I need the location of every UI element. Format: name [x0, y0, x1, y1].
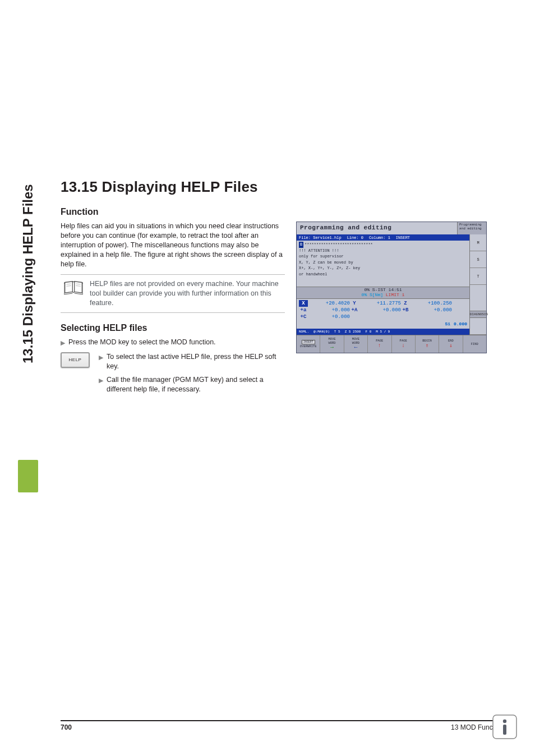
- ax-z: Z: [401, 300, 410, 307]
- ax-x: X: [299, 300, 308, 307]
- sk-move-word-l[interactable]: MOVE WORD ←: [344, 335, 368, 353]
- ax-A: +A: [350, 307, 359, 314]
- val-B: +0.000: [412, 307, 452, 314]
- arrow-right-icon: →: [330, 345, 334, 351]
- sk-find[interactable]: FIND: [463, 335, 486, 353]
- note-text: HELP files are not provided on every mac…: [90, 279, 282, 308]
- arrow-up-icon: ⇑: [426, 343, 429, 349]
- screenshot: Programming and editing Programming and …: [296, 222, 487, 353]
- ss-ed-5: X+, X-, Y+, Y-, Z+, Z- key: [299, 265, 467, 271]
- svg-line-0: [66, 284, 71, 284]
- ss-bottombar: NOML. @:MAN(0) T 5 Z S 2500 F 0 M 5 / 9: [297, 329, 469, 335]
- ss-col: Column: 1: [369, 236, 390, 240]
- arrow-down-icon: ⇓: [449, 343, 453, 349]
- bb-c: T 5: [332, 330, 343, 334]
- triangle-icon: ▶: [61, 338, 65, 347]
- ss-diag[interactable]: DIAGNOSIS: [470, 311, 486, 318]
- svg-line-3: [76, 286, 81, 287]
- ax-C: +C: [299, 314, 308, 320]
- sk-page-up[interactable]: PAGE ↑: [368, 335, 391, 353]
- ss-right-panel: M S T DIAGNOSIS: [469, 234, 486, 335]
- section-function-title: Function: [61, 207, 504, 217]
- book-icon: [64, 279, 83, 295]
- ss-ed-2: only for supervisor: [299, 253, 467, 260]
- step-2-text: To select the last active HELP file, pre…: [107, 352, 285, 372]
- sk-begin[interactable]: BEGIN ⇑: [416, 335, 439, 353]
- ax-B: +B: [401, 307, 410, 314]
- val-z: +100.250: [412, 300, 452, 307]
- bb-e: F 0: [363, 330, 373, 334]
- bb-d: Z S 2500: [343, 330, 363, 334]
- ss-editor[interactable]: B***************************** !!! ATTEN…: [297, 241, 469, 287]
- step-3: ▶ Call the file manager (PGM MGT key) an…: [99, 375, 285, 395]
- step-2-row: HELP ▶ To select the last active HELP fi…: [61, 352, 285, 398]
- arrow-left-icon: ←: [354, 345, 357, 351]
- info-icon[interactable]: [492, 714, 517, 739]
- ss-status-2a: 0% S[Nm]: [362, 292, 383, 297]
- section-selecting-title: Selecting HELP files: [61, 323, 285, 333]
- svg-rect-6: [503, 725, 506, 735]
- ss-rbtn-m[interactable]: M: [470, 234, 486, 251]
- ss-status: 0% S-IST 14:51 0% S[Nm] LIMIT 1: [297, 287, 469, 299]
- step-1-text: Press the MOD key to select the MOD func…: [68, 338, 216, 348]
- ss-mode: INSERT: [396, 236, 410, 240]
- ss-corner[interactable]: Programming and editing: [457, 222, 486, 234]
- sk-insert[interactable]: INSERT OVERWRITE: [297, 335, 320, 353]
- ss-ed-4: X, Y, Z can be moved by: [299, 260, 467, 266]
- ax-y: Y: [350, 300, 359, 307]
- ss-ed-1: !!! ATTENTION !!!: [299, 248, 467, 254]
- page-heading: 13.15 Displaying HELP Files: [61, 178, 504, 196]
- sk-move-word-r[interactable]: MOVE WORD →: [320, 335, 344, 353]
- val-x: +20.4020: [310, 300, 350, 307]
- ss-file: File: Service1.hlp: [299, 236, 342, 240]
- val-a: +0.000: [310, 307, 350, 314]
- ss-filebar: File: Service1.hlp Line: 0 Column: 1 INS…: [297, 234, 469, 241]
- ss-rbtn-more[interactable]: [470, 318, 486, 335]
- ss-status-2b: LIMIT 1: [386, 292, 405, 297]
- bb-a: NOML.: [297, 330, 311, 334]
- ax-a: +a: [299, 307, 308, 314]
- ss-title: Programming and editing: [297, 222, 457, 234]
- triangle-icon: ▶: [99, 375, 103, 385]
- val-A: +0.000: [361, 307, 401, 314]
- triangle-icon: ▶: [99, 352, 103, 362]
- side-tab-title: 13.15 Displaying HELP Files: [18, 179, 38, 393]
- svg-line-1: [66, 286, 71, 287]
- svg-line-2: [76, 284, 81, 284]
- sk-page-down[interactable]: PAGE ↓: [392, 335, 416, 353]
- footer: 700 13 MOD Functions: [61, 720, 507, 731]
- val-C: +0.000: [310, 314, 350, 320]
- step-1: ▶ Press the MOD key to select the MOD fu…: [61, 338, 285, 348]
- ss-rbtn-s[interactable]: S: [470, 251, 486, 268]
- ss-rbtn-t[interactable]: T: [470, 268, 486, 285]
- function-paragraph: Help files can aid you in situations in …: [61, 222, 285, 269]
- page-number: 700: [61, 723, 72, 731]
- step-2: ▶ To select the last active HELP file, p…: [99, 352, 285, 372]
- arrow-down-icon: ↓: [402, 343, 405, 349]
- ss-line: Line: 0: [347, 236, 363, 240]
- ss-ed-6: or handwheel: [299, 271, 467, 278]
- arrow-up-icon: ↑: [378, 343, 381, 349]
- s-val: 0.000: [454, 321, 467, 328]
- svg-point-5: [503, 720, 506, 723]
- ss-coords: X+20.4020 Y+11.2775 Z+100.250 +a+0.000 +…: [297, 299, 469, 329]
- val-y: +11.2775: [361, 300, 401, 307]
- bb-b: @:MAN(0): [311, 330, 332, 334]
- sk-end[interactable]: END ⇓: [439, 335, 463, 353]
- ss-softkeys: INSERT OVERWRITE MOVE WORD → MOVE WORD ←: [297, 335, 486, 353]
- bb-f: M 5 / 9: [373, 330, 392, 334]
- ss-ed-0: *****************************: [305, 242, 373, 247]
- content-area: 13.15 Displaying HELP Files Function Hel…: [61, 178, 504, 398]
- s-label: S1: [445, 321, 450, 328]
- help-softkey[interactable]: HELP: [61, 352, 90, 368]
- side-accent: [18, 460, 38, 492]
- step-3-text: Call the file manager (PGM MGT key) and …: [107, 375, 285, 395]
- note-box: HELP files are not provided on every mac…: [61, 274, 285, 313]
